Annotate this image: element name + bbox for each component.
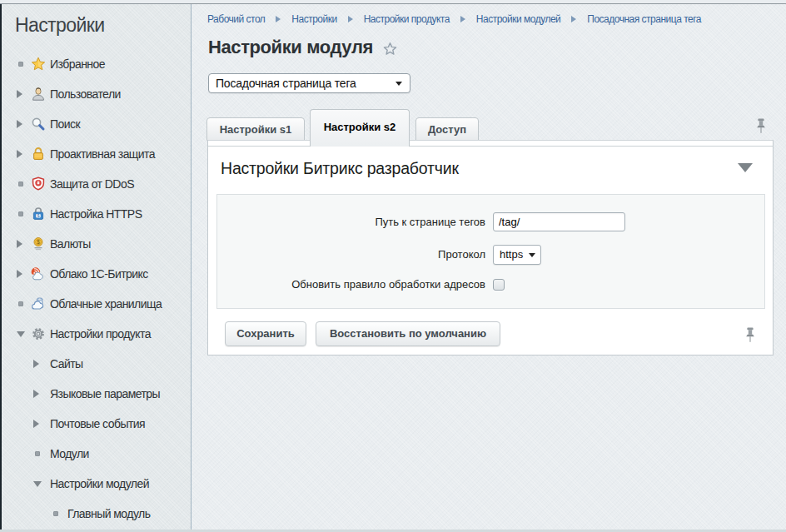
coin-icon: $: [31, 236, 46, 251]
restore-defaults-button[interactable]: Восстановить по умолчанию: [316, 321, 500, 346]
sidebar-item-label: Облако 1С-Битрикс: [50, 259, 148, 289]
sidebar-item[interactable]: Пользователи: [2, 79, 191, 109]
sidebar-item[interactable]: Поиск: [2, 109, 191, 139]
bullet-marker: [18, 181, 23, 186]
star-icon: [31, 57, 46, 72]
sidebar-item[interactable]: Настройки продукта: [2, 319, 191, 349]
tab-settings-s2[interactable]: Настройки s2: [310, 109, 410, 147]
sidebar-item-label: Поиск: [50, 109, 80, 139]
breadcrumb: Рабочий стол Настройки Настройки продукт…: [207, 13, 701, 25]
page-title: Настройки модуля: [208, 37, 373, 58]
sidebar-item-label: Избранное: [50, 49, 105, 79]
sidebar-item-label: Настройки продукта: [50, 319, 151, 349]
protocol-select[interactable]: https: [493, 245, 541, 265]
chevron-right-icon[interactable]: [17, 120, 22, 128]
collapse-section-icon[interactable]: [738, 163, 753, 172]
bullet-marker: [18, 211, 23, 216]
breadcrumb-link[interactable]: Настройки модулей: [476, 13, 560, 25]
sidebar-item[interactable]: Защита от DDoS: [2, 169, 191, 199]
search-icon: [31, 117, 46, 132]
sidebar-item-label: Главный модуль: [67, 499, 150, 529]
field-label-update-rule: Обновить правило обработки адресов: [217, 279, 485, 291]
chevron-down-icon[interactable]: [17, 331, 25, 337]
sidebar-item-label: Пользователи: [50, 79, 121, 109]
gear-icon: [31, 326, 46, 341]
cloud-bitrix-icon: [31, 266, 46, 281]
chevron-right-icon[interactable]: [33, 360, 39, 368]
module-select-value: Посадочная страница тега: [216, 74, 356, 92]
select-arrow-icon: [395, 82, 402, 86]
lock-blue-icon: S: [31, 206, 46, 221]
bullet-marker: [35, 451, 40, 456]
chevron-right-icon[interactable]: [17, 150, 22, 158]
sidebar-item[interactable]: Облачные хранилища: [2, 289, 191, 319]
sidebar-item-label: Защита от DDoS: [50, 169, 134, 199]
pin-icon[interactable]: [756, 118, 766, 134]
tab-settings-s1[interactable]: Настройки s1: [206, 117, 305, 141]
breadcrumb-current[interactable]: Посадочная страница тега: [587, 13, 701, 25]
user-icon: [31, 87, 46, 102]
sidebar-item-label: Настройка HTTPS: [50, 199, 142, 229]
protocol-select-value: https: [500, 246, 523, 264]
breadcrumb-link[interactable]: Настройки: [291, 13, 336, 25]
sidebar: Настройки Избранное Пользователи Поиск П…: [0, 4, 192, 532]
tab-access[interactable]: Доступ: [415, 117, 479, 141]
cloud-storage-icon: [31, 296, 46, 311]
tag-path-input[interactable]: [493, 212, 625, 231]
chevron-right-icon[interactable]: [17, 90, 22, 98]
svg-text:$: $: [37, 239, 40, 246]
sidebar-item-label: Проактивная защита: [50, 139, 155, 169]
module-select[interactable]: Посадочная страница тега: [208, 73, 410, 93]
sidebar-item-label: Модули: [50, 439, 89, 469]
bullet-marker: [18, 62, 23, 67]
sidebar-item[interactable]: Языковые параметры: [2, 379, 191, 409]
sidebar-item[interactable]: Настройки модулей: [2, 469, 191, 499]
save-button[interactable]: Сохранить: [225, 321, 306, 346]
panel-top-line: [208, 141, 773, 147]
sidebar-item-label: Облачные хранилища: [50, 289, 162, 319]
breadcrumb-separator-icon: [571, 16, 576, 22]
chevron-right-icon[interactable]: [33, 420, 39, 428]
window-top-strip: [0, 0, 786, 4]
breadcrumb-separator-icon: [460, 16, 465, 22]
select-arrow-icon: [529, 253, 535, 257]
sidebar-item-label: Почтовые события: [50, 409, 145, 439]
settings-panel: Настройки Битрикс разработчик Путь к стр…: [207, 140, 774, 355]
sidebar-item[interactable]: Модули: [2, 439, 191, 469]
breadcrumb-link[interactable]: Настройки продукта: [364, 13, 450, 25]
main-area: Рабочий стол Настройки Настройки продукт…: [192, 4, 786, 532]
panel-section-title: Настройки Битрикс разработчик: [221, 158, 459, 178]
svg-text:S: S: [37, 214, 39, 218]
update-rule-checkbox[interactable]: [493, 279, 505, 291]
shield-icon: [31, 177, 46, 191]
sidebar-item[interactable]: $ Валюты: [2, 229, 191, 259]
breadcrumb-separator-icon: [276, 16, 281, 22]
lock-gold-icon: [31, 147, 46, 162]
sidebar-item[interactable]: Сайты: [2, 349, 191, 379]
form-box: Путь к странице тегов Протокол https Обн…: [216, 194, 765, 309]
sidebar-item-label: Валюты: [50, 229, 91, 259]
bullet-marker: [53, 511, 58, 516]
sidebar-item[interactable]: Облако 1С-Битрикс: [2, 259, 191, 289]
sidebar-item[interactable]: Избранное: [2, 49, 191, 79]
breadcrumb-link[interactable]: Рабочий стол: [207, 13, 265, 25]
field-label-path: Путь к странице тегов: [217, 212, 485, 231]
sidebar-item-label: Сайты: [50, 349, 83, 379]
chevron-right-icon[interactable]: [17, 270, 22, 278]
sidebar-title: Настройки: [15, 14, 104, 37]
sidebar-item-label: Настройки модулей: [50, 469, 149, 499]
chevron-down-icon[interactable]: [33, 481, 42, 487]
chevron-right-icon[interactable]: [33, 390, 39, 398]
pin-icon[interactable]: [745, 327, 755, 343]
sidebar-item[interactable]: Главный модуль: [2, 499, 191, 529]
breadcrumb-separator-icon: [348, 16, 353, 22]
sidebar-item[interactable]: S Настройка HTTPS: [2, 199, 191, 229]
favorite-star-icon[interactable]: [383, 42, 397, 56]
bullet-marker: [18, 301, 23, 306]
sidebar-item-label: Языковые параметры: [50, 379, 160, 409]
field-label-protocol: Протокол: [217, 245, 485, 265]
sidebar-item[interactable]: Почтовые события: [2, 409, 191, 439]
chevron-right-icon[interactable]: [17, 240, 22, 248]
sidebar-item[interactable]: Проактивная защита: [2, 139, 191, 169]
